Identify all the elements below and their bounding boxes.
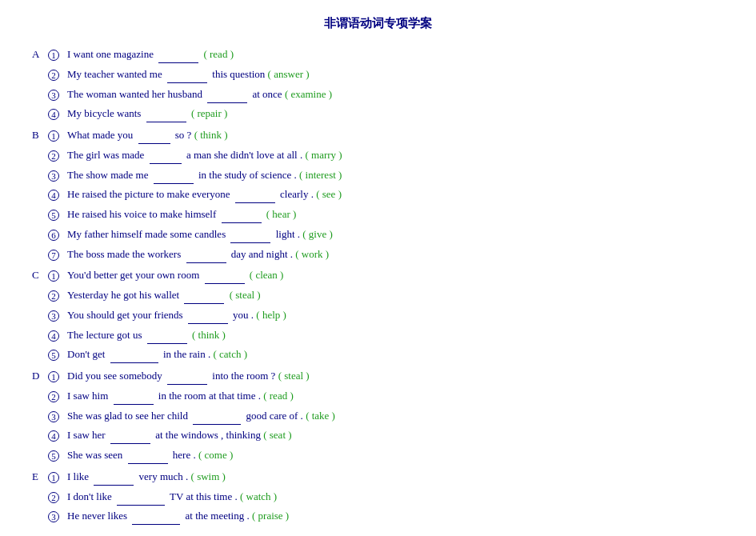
answer-blank xyxy=(186,262,226,263)
sentence-text: You should get your friends you . ( help… xyxy=(67,306,286,324)
answer-blank xyxy=(154,183,194,184)
item-number: 2 xyxy=(48,66,66,84)
sentence-text: I want one magazine ( read ) xyxy=(67,46,234,63)
answer-blank xyxy=(114,404,154,405)
sentence-text: Don't get in the rain . ( catch ) xyxy=(67,346,247,363)
sentence-text: He raised his voice to make himself ( he… xyxy=(67,206,296,223)
section-b: B1What made you so ? ( think )2The girl … xyxy=(32,126,724,263)
hint-text: ( work ) xyxy=(295,248,329,260)
sentence-text: I saw her at the windows , thinking ( se… xyxy=(67,426,292,444)
answer-blank xyxy=(188,323,228,324)
answer-blank xyxy=(138,143,170,144)
sentence-text: The boss made the workers day and night … xyxy=(67,246,329,263)
exercise-row: E1I like very much . ( swim ) xyxy=(32,468,724,486)
item-number: 1 xyxy=(48,367,66,386)
item-number: 1 xyxy=(48,46,66,64)
exercise-row: 5He raised his voice to make himself ( h… xyxy=(32,206,724,224)
item-number: 1 xyxy=(48,126,66,145)
exercise-row: 3You should get your friends you . ( hel… xyxy=(32,306,724,325)
sentence-text: What made you so ? ( think ) xyxy=(67,126,228,144)
answer-blank xyxy=(205,283,245,284)
exercise-row: 2The girl was made a man she didn't love… xyxy=(32,146,724,165)
hint-text: ( examine ) xyxy=(285,88,332,100)
sentence-text: The lecture got us ( think ) xyxy=(67,326,226,344)
exercise-row: 3The woman wanted her husband at once ( … xyxy=(32,86,724,104)
section-a: A1I want one magazine ( read )2My teache… xyxy=(32,46,724,123)
hint-text: ( give ) xyxy=(302,228,333,240)
item-number: 5 xyxy=(48,346,66,364)
exercise-row: 4My bicycle wants ( repair ) xyxy=(32,105,724,123)
sentence-text: I don't like TV at this time . ( watch ) xyxy=(67,488,277,506)
section-d: D1Did you see somebody into the room ? (… xyxy=(32,367,724,465)
answer-blank xyxy=(230,242,270,243)
answer-blank xyxy=(110,362,158,363)
sentence-text: The girl was made a man she didn't love … xyxy=(67,146,342,164)
section-label: E xyxy=(32,468,48,486)
section-e: E1I like very much . ( swim )2I don't li… xyxy=(32,468,724,526)
item-number: 3 xyxy=(48,407,66,426)
sentence-text: The woman wanted her husband at once ( e… xyxy=(67,86,332,103)
hint-text: ( see ) xyxy=(316,188,342,200)
exercise-row: 3He never likes at the meeting . ( prais… xyxy=(32,507,724,526)
exercise-row: B1What made you so ? ( think ) xyxy=(32,126,724,145)
sentence-text: I saw him in the room at that time . ( r… xyxy=(67,387,294,405)
hint-text: ( hear ) xyxy=(266,208,297,220)
item-number: 4 xyxy=(48,186,66,204)
item-number: 2 xyxy=(48,146,66,165)
section-label: D xyxy=(32,367,48,386)
section-label: A xyxy=(32,46,48,64)
hint-text: ( watch ) xyxy=(240,490,277,502)
exercise-row: 6My father himself made some candles lig… xyxy=(32,226,724,244)
exercise-row: A1I want one magazine ( read ) xyxy=(32,46,724,64)
item-number: 3 xyxy=(48,306,66,325)
item-number: 3 xyxy=(48,507,66,526)
item-number: 7 xyxy=(48,246,66,264)
answer-blank xyxy=(235,202,275,203)
hint-text: ( interest ) xyxy=(299,169,342,181)
answer-blank xyxy=(146,122,186,122)
exercise-row: 3The show made me in the study of scienc… xyxy=(32,166,724,185)
exercise-row: 4I saw her at the windows , thinking ( s… xyxy=(32,426,724,445)
hint-text: ( clean ) xyxy=(250,269,284,281)
item-number: 1 xyxy=(48,468,66,486)
exercise-row: 5She was seen here . ( come ) xyxy=(32,446,724,465)
answer-blank xyxy=(94,485,134,486)
hint-text: ( catch ) xyxy=(213,348,247,360)
item-number: 2 xyxy=(48,387,66,406)
answer-blank xyxy=(167,384,207,385)
sentence-text: You'd better get your own room ( clean ) xyxy=(67,266,283,284)
sentence-text: My father himself made some candles ligh… xyxy=(67,226,333,243)
answer-blank xyxy=(184,303,224,304)
hint-text: ( think ) xyxy=(194,129,228,141)
sentence-text: My teacher wanted me this question ( ans… xyxy=(67,66,310,83)
hint-text: ( swim ) xyxy=(191,470,226,482)
hint-text: ( seat ) xyxy=(263,429,291,441)
hint-text: ( steal ) xyxy=(278,370,310,382)
sentence-text: The show made me in the study of science… xyxy=(67,166,342,184)
answer-blank xyxy=(158,62,198,63)
sentence-text: He raised the picture to make everyone c… xyxy=(67,186,342,203)
item-number: 4 xyxy=(48,426,66,445)
hint-text: ( marry ) xyxy=(305,149,342,161)
item-number: 2 xyxy=(48,488,66,506)
hint-text: ( come ) xyxy=(198,449,233,461)
exercise-row: 7The boss made the workers day and night… xyxy=(32,246,724,264)
hint-text: ( steal ) xyxy=(230,289,261,301)
exercise-row: C1You'd better get your own room ( clean… xyxy=(32,266,724,285)
sentence-text: Yesterday he got his wallet ( steal ) xyxy=(67,286,261,304)
answer-blank xyxy=(147,343,187,344)
section-c: C1You'd better get your own room ( clean… xyxy=(32,266,724,364)
exercise-row: 3She was glad to see her child good care… xyxy=(32,407,724,426)
item-number: 5 xyxy=(48,206,66,224)
hint-text: ( think ) xyxy=(192,329,226,341)
answer-blank xyxy=(193,424,241,425)
hint-text: ( read ) xyxy=(263,390,294,402)
answer-blank xyxy=(222,222,262,223)
answer-blank xyxy=(117,505,165,506)
hint-text: ( answer ) xyxy=(268,68,310,80)
hint-text: ( read ) xyxy=(203,48,234,60)
section-label: B xyxy=(32,126,48,145)
sentence-text: She was glad to see her child good care … xyxy=(67,407,335,425)
exercise-row: 4He raised the picture to make everyone … xyxy=(32,186,724,204)
hint-text: ( take ) xyxy=(306,410,335,422)
